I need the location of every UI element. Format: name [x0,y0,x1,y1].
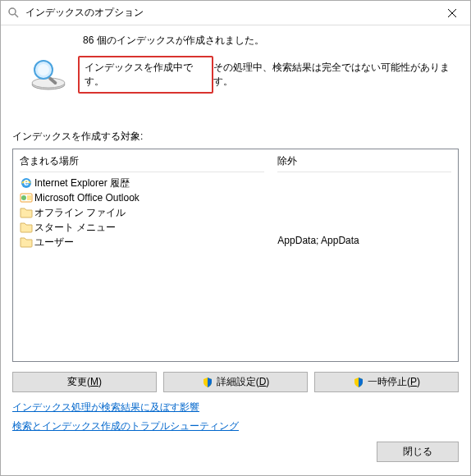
status-row: インデックスを作成中です。 その処理中、検索結果は完全ではない可能性があります。 [12,56,459,94]
excluded-header: 除外 [277,154,451,172]
svg-text:e: e [24,176,30,188]
indexing-status-highlight: インデックスを作成中です。 [78,56,213,94]
location-row[interactable]: オフライン ファイル [20,205,264,220]
titlebar: インデックスのオプション [1,1,470,25]
links: インデックス処理が検索結果に及ぼす影響 検索とインデックス作成のトラプルシューテ… [12,400,459,433]
pause-label: 一時停止(P) [368,375,420,389]
location-row[interactable]: ユーザー [20,235,264,249]
shield-icon [353,377,364,388]
location-name: スタート メニュー [34,221,116,235]
location-name: ユーザー [34,236,74,249]
modify-button[interactable]: 変更(M) [12,372,157,392]
pause-button[interactable]: 一時停止(P) [314,372,459,392]
location-row[interactable]: eInternet Explorer 履歴 [20,176,264,190]
excluded-column: 除外 AppData; AppData [271,149,458,361]
troubleshoot-link[interactable]: 検索とインデックス作成のトラプルシューティング [12,419,459,433]
shield-icon [202,377,213,388]
ie-icon: e [20,176,33,190]
advanced-button[interactable]: 詳細設定(D) [163,372,308,392]
effect-link[interactable]: インデックス処理が検索結果に及ぼす影響 [12,400,459,414]
magnifier-drive-icon [29,58,68,91]
folder-icon [20,221,33,234]
targets-label: インデックスを作成する対象: [12,130,459,144]
location-name: オフライン ファイル [34,206,126,220]
folder-icon [20,236,33,249]
location-row[interactable]: Microsoft Office Outlook [20,190,264,205]
content: 86 個のインデックスが作成されました。 インデックスを作成中です。 その処理中… [1,25,470,470]
locations-list: 含まれる場所 eInternet Explorer 履歴Microsoft Of… [12,149,459,362]
svg-point-12 [21,195,26,200]
location-row[interactable]: スタート メニュー [20,220,264,235]
location-name: Internet Explorer 履歴 [34,176,130,190]
button-row: 変更(M) 詳細設定(D) 一時停止(P) [12,372,459,392]
close-button[interactable]: 閉じる [377,442,459,462]
index-count: 86 個のインデックスが作成されました。 [83,34,459,48]
advanced-label: 詳細設定(D) [217,375,270,389]
svg-point-0 [9,8,16,15]
footer: 閉じる [12,442,459,462]
location-name: Microsoft Office Outlook [34,192,139,204]
svg-point-5 [32,78,65,88]
svg-point-7 [38,64,49,76]
included-header: 含まれる場所 [20,154,264,172]
excluded-value: AppData; AppData [277,235,451,246]
included-column: 含まれる場所 eInternet Explorer 履歴Microsoft Of… [13,149,271,361]
svg-line-1 [15,14,18,17]
outlook-icon [20,191,33,204]
folder-icon [20,206,33,219]
app-icon [7,7,21,20]
svg-rect-13 [27,195,31,200]
modify-label: 変更(M) [67,375,102,389]
close-window-button[interactable] [433,1,470,25]
window-title: インデックスのオプション [25,6,433,20]
indexing-status-rest: その処理中、検索結果は完全ではない可能性があります。 [213,61,459,89]
